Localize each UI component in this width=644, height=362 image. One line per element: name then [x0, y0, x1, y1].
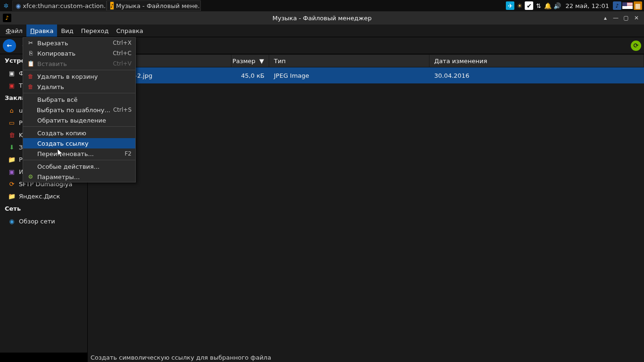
menu-view[interactable]: Вид — [57, 25, 77, 37]
window-minimize-button[interactable]: — — [612, 14, 619, 22]
menu-edit[interactable]: Правка — [26, 25, 57, 37]
menu-item-make-link[interactable]: Создать ссылку — [23, 138, 135, 148]
window-title: Музыка - Файловый менеджер — [0, 15, 644, 22]
side-network-browse[interactable]: ◉Обзор сети — [0, 215, 87, 227]
window-close-button[interactable]: ✕ — [633, 14, 640, 22]
file-row[interactable]: -2.jpg 45,0 кБ JPEG Image 30.04.2016 — [88, 67, 644, 83]
tray-workspace-icon[interactable]: ▦ — [634, 1, 642, 10]
column-headers: Размер ▼ Тип Дата изменения — [88, 54, 644, 67]
desktop-icon: ▭ — [8, 118, 16, 127]
tray-volume-icon[interactable]: 🔊 — [553, 1, 561, 10]
drive-icon: ▣ — [8, 81, 16, 90]
xfce-logo-icon: ✲ — [2, 1, 10, 10]
menu-item-invert-selection[interactable]: Обратить выделение — [23, 115, 135, 125]
menu-file[interactable]: Файл — [2, 25, 26, 37]
trash-icon: 🗑 — [8, 131, 16, 139]
xfce-menu-button[interactable]: ✲ — [0, 0, 12, 11]
side-section-network: Сеть — [0, 202, 87, 215]
menu-item-copy[interactable]: ⎘ Копировать Ctrl+C — [23, 48, 135, 58]
folder-icon: 📁 — [8, 192, 16, 200]
panel-clock[interactable]: 22 май, 12:01 — [562, 2, 612, 9]
menu-go[interactable]: Переход — [77, 25, 113, 37]
tray-keyboard-layout-icon[interactable] — [622, 2, 633, 9]
gear-icon: ⚙ — [27, 173, 34, 181]
column-size[interactable]: Размер ▼ — [231, 55, 269, 67]
side-bookmark-yadisk[interactable]: 📁Яндекс.Диск — [0, 190, 87, 202]
window-maximize-button[interactable]: ▢ — [622, 14, 630, 22]
column-date[interactable]: Дата изменения — [429, 55, 644, 67]
music-folder-icon: ♪ — [110, 1, 114, 10]
menu-separator — [23, 126, 135, 127]
nav-refresh-button[interactable]: ⟳ — [631, 41, 641, 51]
globe-icon: ◉ — [16, 1, 21, 10]
window-shade-button[interactable]: ▴ — [602, 14, 609, 22]
menu-item-delete[interactable]: 🗑 Удалить — [23, 82, 135, 92]
remote-icon: ⟳ — [8, 180, 16, 188]
download-icon: ⬇ — [8, 143, 16, 151]
edit-menu-dropdown: ✂ Вырезать Ctrl+X ⎘ Копировать Ctrl+C 📋 … — [23, 37, 136, 182]
window-titlebar[interactable]: ♪ Музыка - Файловый менеджер ▴ — ▢ ✕ — [0, 11, 644, 25]
pictures-icon: ▣ — [8, 167, 16, 176]
paste-icon: 📋 — [27, 60, 34, 67]
menu-item-select-all[interactable]: Выбрать всё — [23, 94, 135, 105]
taskbar-item-browser[interactable]: ◉ xfce:thunar:custom-action... — [12, 0, 107, 11]
menu-item-duplicate[interactable]: Создать копию — [23, 128, 135, 138]
trash-icon: 🗑 — [27, 73, 34, 80]
sort-desc-icon: ▼ — [259, 58, 264, 65]
taskbar-item-thunar[interactable]: ♪ Музыка - Файловый мене... — [107, 0, 201, 11]
delete-icon: 🗑 — [27, 83, 34, 90]
column-type[interactable]: Тип — [269, 55, 429, 67]
home-icon: ⌂ — [8, 106, 16, 115]
menu-separator — [23, 93, 135, 93]
status-text: Создать символическую ссылку для выбранн… — [91, 354, 271, 361]
menu-separator — [23, 160, 135, 160]
taskbar-label: xfce:thunar:custom-action... — [23, 2, 107, 9]
tray-check-icon[interactable]: ✔ — [525, 1, 533, 10]
menu-help[interactable]: Справка — [112, 25, 147, 37]
nav-back-button[interactable]: ← — [3, 39, 16, 52]
tray-music-launcher[interactable]: ♪ — [613, 1, 621, 10]
menu-item-custom-actions[interactable]: Особые действия... — [23, 161, 135, 172]
tray-network-icon[interactable]: ⇅ — [534, 1, 543, 10]
tray-telegram-icon[interactable]: ✈ — [506, 1, 514, 10]
network-icon: ◉ — [8, 217, 16, 225]
menu-item-trash[interactable]: 🗑 Удалить в корзину — [23, 71, 135, 82]
menu-item-select-pattern[interactable]: Выбрать по шаблону... Ctrl+S — [23, 105, 135, 115]
folder-icon: 📁 — [8, 155, 16, 164]
menu-item-cut[interactable]: ✂ Вырезать Ctrl+X — [23, 38, 135, 48]
tray-weather-icon[interactable]: ☀ — [515, 1, 524, 10]
tray-notification-icon[interactable]: 🔔 — [544, 1, 552, 10]
menu-item-paste: 📋 Вставить Ctrl+V — [23, 58, 135, 69]
copy-icon: ⎘ — [27, 49, 34, 57]
menu-item-preferences[interactable]: ⚙ Параметры... — [23, 172, 135, 182]
scissors-icon: ✂ — [27, 39, 34, 47]
file-size: 45,0 кБ — [241, 72, 264, 79]
status-bar: Создать символическую ссылку для выбранн… — [88, 353, 644, 362]
menubar: Файл Правка Вид Переход Справка — [0, 25, 644, 37]
drive-icon: ▣ — [8, 69, 16, 77]
menu-separator — [23, 70, 135, 70]
system-panel: ✲ ◉ xfce:thunar:custom-action... ♪ Музык… — [0, 0, 644, 11]
file-date: 30.04.2016 — [434, 72, 469, 79]
menu-item-rename[interactable]: Переименовать... F2 — [23, 148, 135, 159]
taskbar-label: Музыка - Файловый мене... — [116, 2, 201, 9]
file-view: Размер ▼ Тип Дата изменения -2.jpg 45,0 … — [88, 54, 644, 353]
file-type: JPEG Image — [274, 72, 309, 79]
